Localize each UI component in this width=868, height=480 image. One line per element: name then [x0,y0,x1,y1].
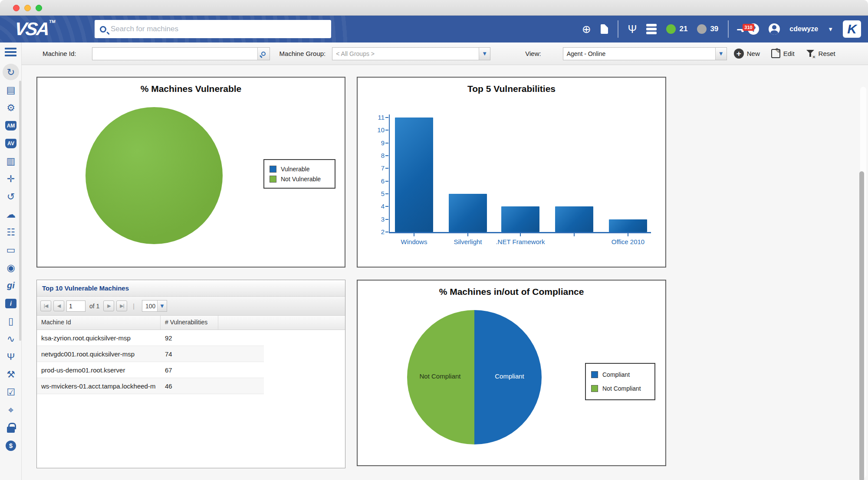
page-prev-button[interactable]: ◀ [53,300,64,311]
y-tick-label: 4 [365,202,385,210]
column-header-vulnerabilities[interactable]: # Vulnerabilities [161,316,218,330]
chart-title: % Machines in/out of Compliance [358,287,665,297]
sidebar-item-info-center[interactable]: i [2,294,20,312]
sidebar-item-remote-control[interactable]: ⌖ [2,401,20,419]
document-icon[interactable] [601,24,608,34]
network-monitor-icon: Ψ [7,352,15,362]
monitor-icon: ∿ [7,334,15,344]
chevron-down-icon[interactable]: ▼ [479,48,490,60]
vulnerable-pie-chart [85,107,223,244]
x-axis-label: .NET Framework [483,238,557,245]
machine-id-input[interactable] [92,48,257,60]
sidebar-item-policy-management[interactable]: ☑ [2,383,20,401]
top10-vulnerable-machines-panel: Top 10 Vulnerable Machines |◀ ◀ of 1 ▶ ▶… [36,280,345,468]
machine-id-search-button[interactable] [257,48,270,60]
sidebar-item-agent-procedures[interactable]: ▤ [2,81,20,99]
new-view-button[interactable]: + New [734,49,760,59]
view-select[interactable]: Agent - Online ▼ [563,47,727,60]
x-tick-mark [574,233,575,236]
sidebar-scrollbar[interactable] [19,81,21,341]
minimize-window-button[interactable] [24,5,31,11]
close-window-button[interactable] [13,5,20,11]
discovery-icon: ◉ [7,263,15,273]
table-row[interactable]: ws-mvickers-01.acct.tampa.lockheed-m46 [37,378,264,394]
sidebar-item-service-billing[interactable]: $ [2,437,20,454]
page-first-button[interactable]: |◀ [40,300,51,311]
server-rack-icon[interactable] [646,24,657,34]
pagination-toolbar: |◀ ◀ of 1 ▶ ▶| | 100 ▼ [37,297,345,316]
cell-vulnerability-count: 74 [161,350,218,358]
y-tick-label: 5 [365,190,385,197]
bar-.NET Framework [501,206,539,232]
automation-icon: ⚙ [7,103,15,113]
sidebar-item-data-backup[interactable]: ☷ [2,223,20,241]
gi-icon: gi [7,281,15,291]
module-sidebar: ↻▤⚙AMAV▥✛↺☁☷▭◉gii▯∿Ψ⚒☑⌖$ [0,42,22,480]
timer-add-icon[interactable]: ⊕ [582,24,591,35]
dashboard-content: % Machines Vulnerable Vulnerable Not Vul… [22,65,868,480]
table-row[interactable]: ksa-zyrion.root.quicksilver-msp92 [37,330,264,346]
sidebar-item-discovery[interactable]: ◉ [2,259,20,277]
agent-icon: ↻ [7,68,15,77]
page-next-button[interactable]: ▶ [103,300,114,311]
chevron-down-icon[interactable]: ▼ [157,300,167,311]
security-icon [7,427,15,433]
sidebar-item-security[interactable] [2,419,20,437]
remote-control-icon: ⌖ [8,405,13,415]
y-tick-label: 8 [365,152,385,159]
user-menu-chevron-down-icon[interactable]: ▼ [828,26,833,33]
broadcast-antenna-icon[interactable]: Ψ [628,24,637,35]
reset-filter-button[interactable]: ✕ Reset [806,49,835,59]
sidebar-item-mobile-devices[interactable]: ▯ [2,312,20,330]
y-tick-mark [385,130,388,131]
sidebar-item-anti-malware[interactable]: AM [2,117,20,134]
patch-management-icon: ⚒ [7,370,15,379]
bar-Windows [395,118,433,232]
sidebar-item-network-monitor[interactable]: Ψ [2,348,20,366]
agents-offline-count[interactable]: 39 [697,24,718,34]
kaseya-logo: K [843,20,861,38]
menu-hamburger-icon[interactable] [5,48,16,56]
view-label: View: [525,50,541,57]
pie-slice-label-not-compliant: Not Compliant [401,372,479,380]
sidebar-item-backup[interactable]: ↺ [2,188,20,206]
authanvil-icon: ✛ [7,174,15,184]
navbar-divider [728,20,729,38]
antivirus-icon: AV [5,139,16,148]
sidebar-item-monitor[interactable]: ∿ [2,330,20,348]
y-axis-line [389,114,390,232]
machine-group-select[interactable]: < All Groups > ▼ [332,47,490,60]
y-tick-label: 10 [365,126,385,134]
user-avatar-icon[interactable] [769,23,780,35]
agents-online-count[interactable]: 21 [666,24,687,34]
table-row[interactable]: prod-us-demo01.root.kserver67 [37,362,264,378]
sidebar-item-agent[interactable]: ↻ [2,63,20,81]
page-scrollbar-track[interactable] [860,87,866,478]
chevron-down-icon[interactable]: ▼ [715,48,727,60]
sidebar-item-antivirus[interactable]: AV [2,134,20,152]
sidebar-item-gi[interactable]: gi [2,277,20,294]
online-status-dot [666,24,676,34]
page-number-input[interactable] [66,300,85,312]
sidebar-item-desktop-management[interactable]: ▭ [2,241,20,259]
search-input[interactable] [111,25,326,33]
page-size-select[interactable]: 100 ▼ [142,300,167,312]
machines-vulnerable-panel: % Machines Vulnerable Vulnerable Not Vul… [36,77,345,268]
sidebar-item-automation[interactable]: ⚙ [2,99,20,117]
column-header-machine-id[interactable]: Machine Id [37,316,161,330]
sidebar-item-cloud-backup[interactable]: ☁ [2,206,20,223]
grid-title: Top 10 Vulnerable Machines [37,280,345,297]
page-last-button[interactable]: ▶| [116,300,127,311]
zoom-window-button[interactable] [36,5,42,11]
sidebar-item-audit[interactable]: ▥ [2,152,20,170]
pie-slice-label-compliant: Compliant [475,372,544,380]
y-tick-label: 2 [365,228,385,235]
sidebar-item-patch-management[interactable]: ⚒ [2,366,20,383]
table-row[interactable]: netvgdc001.root.quicksilver-msp74 [37,346,264,362]
agent-procedures-icon: ▤ [7,85,16,95]
page-scrollbar-thumb[interactable] [859,171,864,480]
app-window: VSATM ⊕ Ψ 21 39 310 ? [0,0,868,480]
sidebar-item-authanvil[interactable]: ✛ [2,170,20,188]
edit-view-button[interactable]: ✎ Edit [771,49,795,58]
vulnerable-legend: Vulnerable Not Vulnerable [263,159,335,189]
